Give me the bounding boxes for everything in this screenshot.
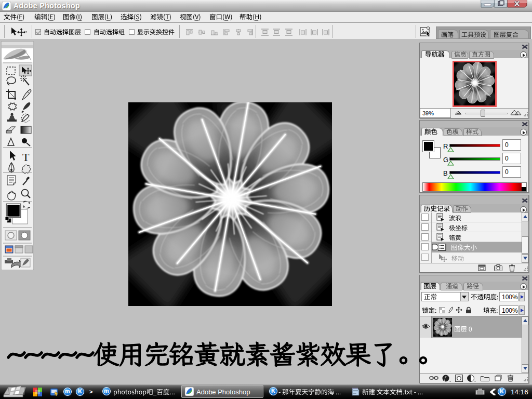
svg-text:T: T xyxy=(22,151,30,164)
